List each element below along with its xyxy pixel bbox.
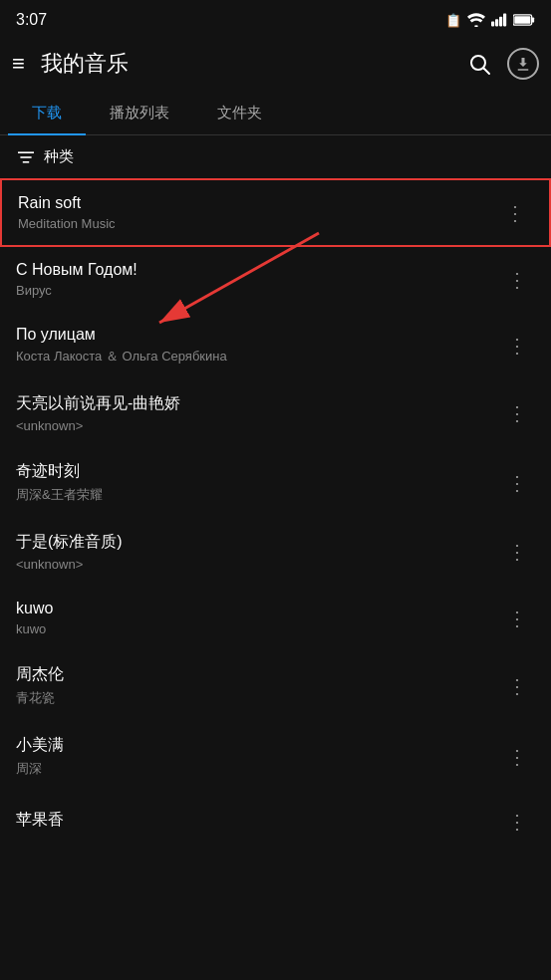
song-item-2[interactable]: По улицам Коста Лакоста ＆ Ольга Серябкин…	[0, 312, 551, 379]
more-options-2[interactable]: ⋮	[499, 330, 535, 362]
svg-rect-2	[499, 17, 502, 27]
download-circle-button[interactable]	[507, 48, 539, 80]
signal-icon	[491, 13, 507, 27]
tab-downloads[interactable]: 下载	[8, 92, 86, 134]
status-icons: 📋	[445, 13, 535, 28]
song-title-6: kuwo	[16, 600, 499, 617]
tab-folder[interactable]: 文件夹	[193, 92, 286, 134]
song-item-6[interactable]: kuwo kuwo ⋮	[0, 586, 551, 650]
song-title-7: 周杰伦	[16, 664, 499, 685]
tabs: 下载 播放列表 文件夹	[0, 92, 551, 135]
song-item-7[interactable]: 周杰伦 青花瓷 ⋮	[0, 650, 551, 721]
battery-icon	[513, 14, 535, 26]
filter-row[interactable]: 种类	[0, 135, 551, 178]
song-info-5: 于是(标准音质) <unknown>	[16, 532, 499, 572]
song-info-2: По улицам Коста Лакоста ＆ Ольга Серябкин…	[16, 326, 499, 366]
svg-rect-6	[514, 16, 530, 24]
hamburger-menu-icon[interactable]: ≡	[12, 51, 25, 77]
song-title-9: 苹果香	[16, 810, 499, 831]
song-info-7: 周杰伦 青花瓷	[16, 664, 499, 707]
more-options-9[interactable]: ⋮	[499, 806, 535, 838]
song-artist-2: Коста Лакоста ＆ Ольга Серябкина	[16, 348, 499, 366]
app-bar-left: ≡ 我的音乐	[12, 49, 129, 79]
song-title-5: 于是(标准音质)	[16, 532, 499, 553]
filter-icon	[16, 149, 36, 165]
song-info-0: Rain soft Meditation Music	[18, 194, 497, 231]
more-options-3[interactable]: ⋮	[499, 397, 535, 429]
more-options-1[interactable]: ⋮	[499, 264, 535, 296]
svg-rect-5	[532, 17, 535, 22]
song-item-4[interactable]: 奇迹时刻 周深&王者荣耀 ⋮	[0, 447, 551, 518]
download-circle-icon	[514, 55, 532, 73]
song-title-4: 奇迹时刻	[16, 461, 499, 482]
status-time: 3:07	[16, 11, 47, 29]
song-artist-6: kuwo	[16, 621, 499, 636]
more-options-0[interactable]: ⋮	[497, 197, 533, 229]
more-options-5[interactable]: ⋮	[499, 536, 535, 568]
song-info-1: С Новым Годом! Вирус	[16, 261, 499, 298]
svg-rect-1	[495, 19, 498, 26]
more-options-7[interactable]: ⋮	[499, 670, 535, 702]
song-title-0: Rain soft	[18, 194, 497, 212]
app-bar: ≡ 我的音乐	[0, 36, 551, 92]
song-item-0[interactable]: Rain soft Meditation Music ⋮	[0, 178, 551, 247]
song-artist-1: Вирус	[16, 283, 499, 298]
song-title-3: 天亮以前说再见-曲艳娇	[16, 393, 499, 414]
song-artist-3: <unknown>	[16, 418, 499, 433]
song-item-9[interactable]: 苹果香 ⋮	[0, 792, 551, 852]
song-item-3[interactable]: 天亮以前说再见-曲艳娇 <unknown> ⋮	[0, 379, 551, 447]
more-options-8[interactable]: ⋮	[499, 741, 535, 773]
song-info-9: 苹果香	[16, 810, 499, 835]
song-item-8[interactable]: 小美满 周深 ⋮	[0, 721, 551, 792]
song-artist-5: <unknown>	[16, 557, 499, 572]
song-item-1[interactable]: С Новым Годом! Вирус ⋮	[0, 247, 551, 312]
song-artist-4: 周深&王者荣耀	[16, 486, 499, 504]
song-list: Rain soft Meditation Music ⋮ С Новым Год…	[0, 178, 551, 852]
notification-icon: 📋	[445, 13, 461, 28]
svg-rect-3	[503, 14, 506, 27]
song-info-4: 奇迹时刻 周深&王者荣耀	[16, 461, 499, 504]
status-bar: 3:07 📋	[0, 0, 551, 36]
song-info-8: 小美满 周深	[16, 735, 499, 778]
song-info-3: 天亮以前说再见-曲艳娇 <unknown>	[16, 393, 499, 433]
svg-rect-0	[491, 22, 494, 27]
song-item-5[interactable]: 于是(标准音质) <unknown> ⋮	[0, 518, 551, 586]
song-artist-0: Meditation Music	[18, 216, 497, 231]
song-artist-8: 周深	[16, 760, 499, 778]
svg-line-8	[484, 69, 490, 75]
app-bar-right	[467, 48, 539, 80]
song-artist-7: 青花瓷	[16, 689, 499, 707]
tab-playlist[interactable]: 播放列表	[86, 92, 193, 134]
wifi-icon	[467, 13, 485, 27]
song-title-2: По улицам	[16, 326, 499, 344]
search-icon[interactable]	[467, 52, 491, 76]
filter-label: 种类	[44, 147, 74, 166]
app-title: 我的音乐	[41, 49, 129, 79]
more-options-6[interactable]: ⋮	[499, 603, 535, 634]
song-title-8: 小美满	[16, 735, 499, 756]
song-info-6: kuwo kuwo	[16, 600, 499, 636]
song-title-1: С Новым Годом!	[16, 261, 499, 279]
more-options-4[interactable]: ⋮	[499, 467, 535, 499]
